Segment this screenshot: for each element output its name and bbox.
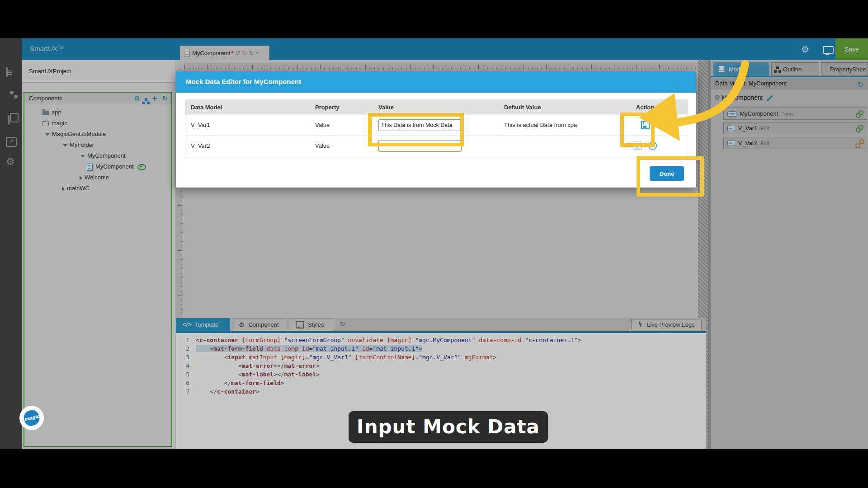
bottom-black-bar [0, 449, 868, 488]
cell-data-model: V_Var1 [185, 122, 310, 128]
magic-logo: magic [23, 409, 41, 427]
col-default-value: Default Value [499, 104, 603, 111]
highlight-box-done-button [637, 156, 704, 197]
tutorial-caption: Input Mock Data [349, 411, 548, 443]
table-header-row: Data Model Property Value Default Value … [185, 100, 688, 114]
cell-data-model: V_Var2 [185, 142, 310, 149]
col-value: Value [373, 104, 499, 111]
annotation-arrow [628, 54, 764, 158]
dialog-header[interactable]: Mock Data Editor for MyComponent [176, 71, 696, 93]
top-black-bar [0, 0, 868, 38]
cell-property: Value [310, 122, 373, 128]
col-data-model: Data Model [185, 104, 310, 111]
screenshot-stage: ↗ ⚙ SmartUX™ </> ↔↔ ⚙ Save MyComponent *… [0, 0, 868, 488]
cell-default-value: This is actual Data from xpa [499, 122, 603, 128]
dialog-title: Mock Data Editor for MyComponent [186, 78, 301, 85]
magic-logo-badge[interactable]: magic [19, 406, 44, 430]
cell-property: Value [310, 142, 373, 149]
col-property: Property [310, 104, 373, 111]
highlight-box-value-input [368, 113, 464, 146]
